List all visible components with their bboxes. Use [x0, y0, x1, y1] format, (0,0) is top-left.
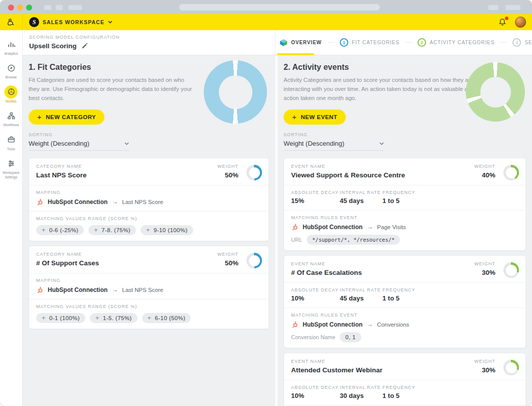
absolute-decay-label: ABSOLUTE DECAY — [291, 190, 340, 195]
tab-fit-categories[interactable]: 1FIT CATEGORIES — [340, 38, 400, 47]
connection-name[interactable]: HubSpot Connection — [48, 286, 107, 293]
value-chip[interactable]: */support/*, */resources/* — [307, 235, 400, 245]
minimize-window-button[interactable] — [17, 5, 23, 11]
sidebar-item-label: Workflows — [3, 123, 19, 127]
sidebar-item-models[interactable]: Models — [0, 83, 22, 107]
value-chip[interactable]: 0, 1 — [340, 332, 361, 342]
frequency-value: 1 to 5 — [382, 197, 416, 205]
browser-toolbar-button[interactable] — [488, 5, 498, 10]
value-chip[interactable]: +1-5. (75%) — [90, 313, 138, 323]
interval-rate-value: 45 days — [340, 294, 382, 302]
event-name: Viewed Support & Resource Centre — [291, 171, 474, 179]
sidebar-item-label: Models — [6, 99, 17, 104]
hubspot-icon — [291, 321, 299, 328]
user-avatar[interactable] — [515, 17, 526, 28]
browser-toolbar-button[interactable] — [68, 5, 82, 10]
connection-name[interactable]: HubSpot Connection — [303, 224, 362, 231]
sidebar-item-workflows[interactable]: Workflows — [0, 107, 22, 130]
weight-value: 30% — [474, 366, 495, 374]
event-name-label: EVENT NAME — [291, 164, 474, 169]
tab-label: SETTINGS — [524, 40, 532, 45]
donut-hole — [480, 77, 511, 108]
matching-values-label: MATCHING VALUES RANGE (SCORE %) — [36, 216, 261, 221]
sliders-icon — [5, 157, 18, 170]
tab-separator — [500, 42, 507, 43]
donut-hole — [219, 75, 252, 109]
sidebar-item-workspace-settings[interactable]: Workspace Settings — [0, 154, 22, 182]
activity-weight-donut-chart — [466, 62, 525, 122]
weight-value: 50% — [217, 171, 238, 179]
tab-label: ACTIVITY CATEGORIES — [430, 40, 495, 45]
value-chip[interactable]: +6-10 (50%) — [142, 313, 191, 323]
category-card[interactable]: CATEGORY NAMELast NPS ScoreWEIGHT50%MAPP… — [29, 158, 269, 241]
sidebar-item-label: Tools — [7, 147, 15, 151]
connection-name[interactable]: HubSpot Connection — [48, 198, 107, 206]
value-chip[interactable]: +0-1 (100%) — [36, 313, 85, 323]
matching-values-label: MATCHING VALUES RANGE (SCORE %) — [36, 304, 261, 309]
mapped-field: Last NPS Score — [122, 287, 163, 293]
pencil-icon — [81, 43, 88, 49]
plus-icon: + — [148, 316, 152, 321]
activity-event-list: EVENT NAMEViewed Support & Resource Cent… — [284, 158, 526, 406]
app-logo[interactable] — [0, 14, 23, 30]
new-event-button[interactable]: + NEW EVENT — [284, 110, 346, 125]
weight-value: 50% — [217, 259, 238, 267]
tab-settings[interactable]: 3SETTINGS — [512, 38, 532, 47]
tab-overview[interactable]: OVERVIEW — [280, 39, 322, 47]
notifications-button[interactable] — [498, 18, 507, 27]
arrow-right-icon: → — [366, 321, 373, 328]
sidebar: AnalyticsBrowseModelsWorkflowsToolsWorks… — [0, 30, 23, 406]
sorting-label: SORTING — [284, 132, 526, 137]
sidebar-item-browse[interactable]: Browse — [0, 59, 22, 82]
event-card[interactable]: EVENT NAMEViewed Support & Resource Cent… — [284, 158, 526, 251]
arrow-right-icon: → — [111, 286, 118, 293]
browser-toolbar-button[interactable] — [56, 5, 63, 10]
value-chip[interactable]: +9-10 (100%) — [141, 225, 193, 235]
tab-separator — [327, 42, 334, 43]
fit-category-list: CATEGORY NAMELast NPS ScoreWEIGHT50%MAPP… — [29, 158, 269, 329]
weight-label: WEIGHT — [474, 359, 495, 364]
sidebar-item-tools[interactable]: Tools — [0, 131, 22, 154]
address-bar[interactable] — [179, 4, 380, 11]
workspace-avatar: S — [29, 17, 39, 27]
connection-name[interactable]: HubSpot Connection — [303, 321, 362, 328]
category-card[interactable]: CATEGORY NAME# Of Support CasesWEIGHT50%… — [29, 246, 269, 329]
sidebar-item-label: Analytics — [4, 52, 18, 56]
activity-sorting-dropdown[interactable]: Weight (Descending) — [284, 140, 384, 151]
event-name: # Of Case Escalations — [291, 269, 474, 276]
step-number-badge: 2 — [418, 38, 426, 47]
value-chip[interactable]: +0-6 (-25%) — [36, 225, 84, 235]
edit-title-button[interactable] — [81, 43, 88, 49]
sidebar-item-analytics[interactable]: Analytics — [0, 35, 22, 59]
browser-toolbar-button[interactable] — [44, 5, 51, 10]
chevron-down-icon — [108, 21, 112, 24]
fit-categories-panel: 1. Fit Categories Fit Categories are use… — [23, 55, 275, 406]
browser-toolbar-button[interactable] — [505, 5, 520, 10]
arrow-right-icon: → — [111, 198, 118, 206]
tab-activity-categories[interactable]: 2ACTIVITY CATEGORIES — [418, 38, 495, 47]
chevron-down-icon — [379, 142, 384, 145]
rule-field-label: Conversion Name — [291, 334, 335, 340]
interval-rate-value: 45 days — [340, 197, 382, 205]
workspace-switcher[interactable]: S SALES WORKSPACE — [29, 17, 112, 27]
new-category-button[interactable]: + NEW CATEGORY — [29, 110, 104, 125]
fit-sorting-dropdown[interactable]: Weight (Descending) — [29, 140, 129, 151]
mac-titlebar — [0, 0, 532, 14]
notification-badge — [505, 17, 508, 20]
mapping-label: MAPPING — [36, 190, 261, 195]
event-card[interactable]: EVENT NAME# Of Case EscalationsWEIGHT30%… — [284, 255, 526, 348]
step-number-badge: 3 — [512, 38, 521, 47]
interval-rate-label: INTERVAL RATE — [340, 190, 382, 195]
step-number-badge: 1 — [340, 38, 348, 47]
weight-ring-chart — [246, 165, 262, 180]
sidebar-item-label: Browse — [6, 75, 17, 79]
briefcase-icon — [5, 133, 18, 146]
close-window-button[interactable] — [8, 5, 14, 11]
bar-chart-icon — [5, 38, 18, 51]
value-chip[interactable]: +7-8. (75%) — [88, 225, 136, 235]
event-name: Attended Customer Webinar — [291, 366, 474, 374]
weight-ring-chart — [246, 253, 262, 268]
frequency-value: 1 to 5 — [382, 294, 416, 302]
event-card[interactable]: EVENT NAMEAttended Customer WebinarWEIGH… — [284, 353, 526, 406]
zoom-window-button[interactable] — [26, 5, 32, 11]
